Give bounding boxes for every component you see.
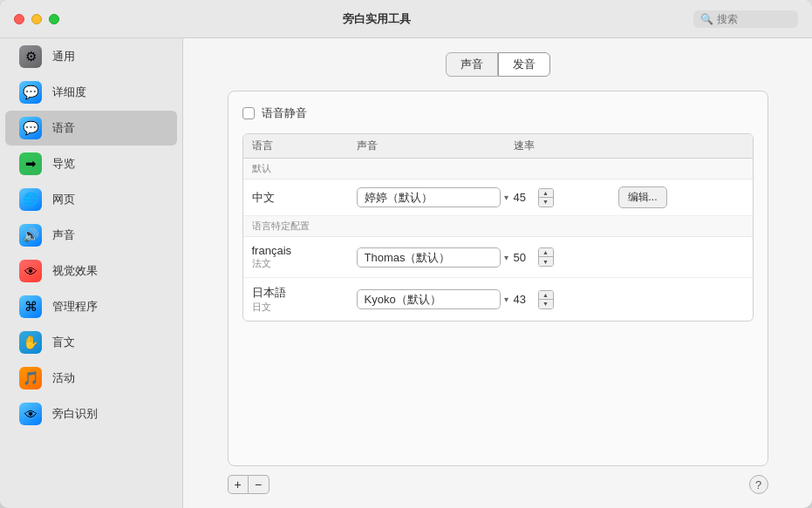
rate-stepper-1: ▲ ▼ — [538, 247, 554, 267]
col-action — [618, 139, 744, 153]
section-default: 默认 — [243, 159, 753, 179]
voice-select-wrapper: Kyoko（默认） ▾ — [357, 289, 514, 309]
lang-sub: 日文 — [252, 301, 357, 314]
window-title: 旁白实用工具 — [59, 11, 693, 27]
voice-select-wrapper: 婷婷（默认） ▾ — [357, 187, 514, 207]
sidebar-item-manage[interactable]: ⌘管理程序 — [5, 289, 177, 324]
close-button[interactable] — [14, 14, 24, 24]
tab-pronunciation[interactable]: 发音 — [498, 52, 550, 77]
sidebar-label-braille: 盲文 — [52, 335, 75, 350]
sidebar-label-activity: 活动 — [52, 370, 75, 386]
app-window: 旁白实用工具 🔍 ⚙通用💬详细度💬语音➡导览🌐网页🔊声音👁视觉效果⌘管理程序✋盲… — [0, 0, 812, 508]
rate-value-2: 43 — [514, 293, 535, 306]
rate-up-2[interactable]: ▲ — [539, 291, 553, 300]
voice-select-0[interactable]: 婷婷（默认） — [357, 187, 501, 207]
rate-stepper-2: ▲ ▼ — [538, 290, 554, 309]
search-icon: 🔍 — [700, 13, 713, 25]
lang-sub: 法文 — [252, 257, 357, 270]
sidebar-label-nav: 导览 — [52, 156, 75, 172]
visual-icon: 👁 — [19, 260, 42, 282]
lang-name: 日本語 — [252, 285, 357, 301]
lang-cell: 中文 — [252, 190, 357, 206]
maximize-button[interactable] — [49, 14, 59, 24]
edit-button-0[interactable]: 编辑... — [618, 186, 667, 208]
chevron-down-icon: ▾ — [504, 253, 508, 262]
voice-select-1[interactable]: Thomas（默认） — [357, 247, 501, 268]
rate-up-1[interactable]: ▲ — [539, 248, 553, 257]
sidebar-item-activity[interactable]: 🎵活动 — [5, 361, 177, 396]
search-input[interactable] — [717, 13, 787, 25]
nav-icon: ➡ — [19, 152, 42, 175]
remove-button[interactable]: − — [249, 475, 270, 494]
rate-down-0[interactable]: ▼ — [539, 198, 553, 207]
rate-down-1[interactable]: ▼ — [539, 257, 553, 266]
sidebar-label-web: 网页 — [52, 192, 75, 207]
general-icon: ⚙ — [19, 45, 42, 68]
sidebar-item-recognition[interactable]: 👁旁白识别 — [5, 396, 177, 431]
sidebar-label-general: 通用 — [52, 49, 75, 64]
minimize-button[interactable] — [31, 14, 42, 24]
section-custom: 语言特定配置 — [243, 216, 753, 237]
sidebar-item-nav[interactable]: ➡导览 — [5, 146, 177, 181]
add-remove-buttons: + − — [228, 475, 270, 494]
sidebar-item-visual[interactable]: 👁视觉效果 — [5, 254, 177, 288]
recognition-icon: 👁 — [19, 403, 42, 425]
search-box[interactable]: 🔍 — [693, 10, 798, 28]
traffic-lights — [14, 14, 59, 24]
sidebar-label-manage: 管理程序 — [52, 299, 98, 315]
tab-sound[interactable]: 声音 — [446, 52, 498, 77]
rate-wrapper-1: 50 ▲ ▼ — [514, 247, 618, 267]
col-language: 语言 — [252, 139, 357, 153]
mute-checkbox[interactable] — [242, 107, 255, 119]
mute-row: 语音静音 — [242, 105, 754, 121]
voice-select-2[interactable]: Kyoko（默认） — [357, 289, 501, 309]
lang-cell: 日本語 日文 — [252, 285, 357, 314]
rate-value-1: 50 — [514, 251, 535, 264]
mute-label: 语音静音 — [262, 105, 307, 121]
add-button[interactable]: + — [228, 475, 249, 494]
voice-select-wrapper: Thomas（默认） ▾ — [357, 247, 514, 268]
sidebar-label-detail: 详细度 — [52, 85, 86, 100]
help-button[interactable]: ? — [749, 475, 768, 494]
sidebar-label-sound: 声音 — [52, 227, 75, 243]
col-voice: 声音 — [357, 139, 514, 153]
sidebar-label-speech: 语音 — [52, 120, 75, 136]
rate-down-2[interactable]: ▼ — [539, 300, 553, 308]
tab-bar: 声音 发音 — [446, 52, 550, 77]
rate-wrapper-2: 43 ▲ ▼ — [514, 290, 618, 309]
manage-icon: ⌘ — [19, 295, 42, 318]
sidebar-item-web[interactable]: 🌐网页 — [5, 182, 177, 217]
table-row: français 法文 Thomas（默认） ▾ 50 ▲ — [243, 237, 753, 278]
detail-icon: 💬 — [19, 81, 42, 104]
table-header: 语言 声音 速率 — [243, 134, 753, 159]
table-row: 日本語 日文 Kyoko（默认） ▾ 43 ▲ — [243, 278, 753, 321]
rate-stepper-0: ▲ ▼ — [538, 188, 554, 207]
panel: 语音静音 语言 声音 速率 默认 中文 — [228, 91, 768, 466]
sidebar-item-braille[interactable]: ✋盲文 — [5, 325, 177, 360]
rate-value-0: 45 — [514, 191, 535, 204]
voice-table: 语言 声音 速率 默认 中文 婷婷（默认） — [242, 133, 754, 322]
col-rate: 速率 — [514, 139, 618, 153]
content-area: 声音 发音 语音静音 语言 声音 速率 默认 — [183, 38, 812, 508]
braille-icon: ✋ — [19, 331, 42, 354]
lang-name: 中文 — [252, 190, 357, 206]
table-row: 中文 婷婷（默认） ▾ 45 ▲ ▼ — [243, 179, 753, 216]
speech-icon: 💬 — [19, 117, 42, 139]
activity-icon: 🎵 — [19, 367, 42, 389]
bottom-bar: + − ? — [228, 475, 768, 494]
chevron-down-icon: ▾ — [504, 295, 508, 304]
web-icon: 🌐 — [19, 188, 42, 211]
titlebar: 旁白实用工具 🔍 — [0, 0, 812, 38]
rate-wrapper-0: 45 ▲ ▼ — [514, 188, 618, 207]
sidebar-item-sound[interactable]: 🔊声音 — [5, 218, 177, 253]
sidebar-label-recognition: 旁白识别 — [52, 406, 98, 422]
main-content: ⚙通用💬详细度💬语音➡导览🌐网页🔊声音👁视觉效果⌘管理程序✋盲文🎵活动👁旁白识别… — [0, 38, 812, 508]
sidebar-item-speech[interactable]: 💬语音 — [5, 111, 177, 146]
chevron-down-icon: ▾ — [504, 193, 508, 202]
sidebar-item-detail[interactable]: 💬详细度 — [5, 75, 177, 110]
sidebar-label-visual: 视觉效果 — [52, 263, 98, 279]
sidebar-item-general[interactable]: ⚙通用 — [5, 39, 177, 74]
rate-up-0[interactable]: ▲ — [539, 189, 553, 198]
lang-cell: français 法文 — [252, 244, 357, 270]
sidebar: ⚙通用💬详细度💬语音➡导览🌐网页🔊声音👁视觉效果⌘管理程序✋盲文🎵活动👁旁白识别 — [0, 38, 183, 508]
